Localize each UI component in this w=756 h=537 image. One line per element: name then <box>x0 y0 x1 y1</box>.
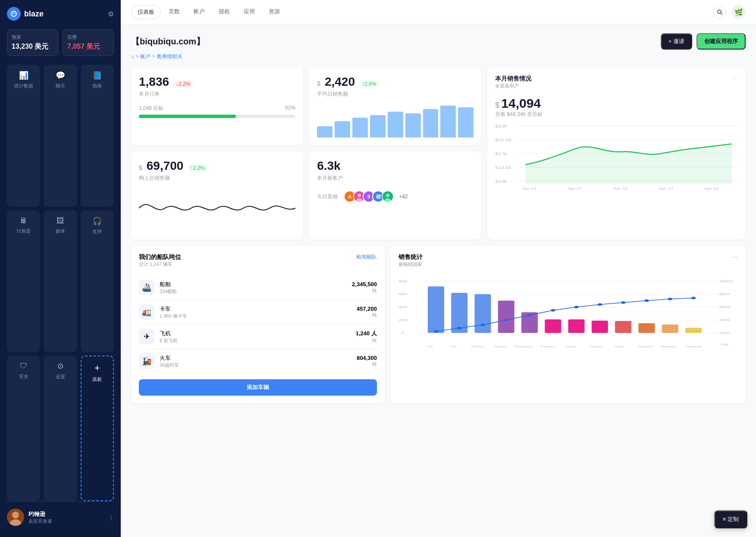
bar-5 <box>388 112 403 137</box>
search-button[interactable] <box>713 5 727 19</box>
add-icon: + <box>94 362 100 374</box>
fleet-item-plane: ✈ 飞机 8 架飞机 1,240 人 吨 <box>139 325 377 349</box>
user-profile: 约翰逊 反应开发者 ⋮ <box>7 501 114 530</box>
sidebar-item-calculator[interactable]: 🖩 计算器 <box>7 210 40 353</box>
bar-6 <box>405 113 421 137</box>
svg-text:China: China <box>471 345 483 348</box>
fleet-link[interactable]: 检阅舰队 <box>356 253 377 261</box>
stats-label: 统计数据 <box>14 83 33 89</box>
sidebar-item-security[interactable]: 🛡 安全 <box>7 356 40 501</box>
truck-count: 1,460 辆卡车 <box>160 313 351 319</box>
new-customers-label: 本月新客户 <box>317 175 474 182</box>
monthly-sales-card: 本月销售情况 全渠道用户 ··· $ 14,094 另有 $48,346 至目标 <box>487 67 746 240</box>
progress-bar <box>139 115 295 118</box>
svg-text:100%: 100% <box>719 280 733 283</box>
sales-stats-more[interactable]: ··· <box>732 253 738 261</box>
page-title: 【biqubiqu.com】 <box>131 36 205 47</box>
bar-us <box>428 287 444 333</box>
sidebar-item-media[interactable]: 🖼 媒体 <box>44 210 77 353</box>
tab-dashboard[interactable]: 仪表板 <box>131 5 161 19</box>
fleet-item-ship: 🚢 船舶 234艘船 2,345,500 吨 <box>139 275 377 300</box>
daily-sales-card: $ 2,420 ↑2.6% 平均日销售额 <box>309 67 481 145</box>
orders-label: 本月订单 <box>139 91 295 98</box>
settings-icon: ⚙ <box>57 362 64 371</box>
fleet-header: 我们的船队吨位 总计 1,247 辆车 检阅舰队 <box>139 253 377 274</box>
fleet-title: 我们的船队吨位 <box>139 253 181 261</box>
svg-text:Canada: Canada <box>685 345 702 348</box>
line-dot-france <box>551 309 555 312</box>
svg-text:UK: UK <box>450 345 456 348</box>
svg-text:France: France <box>541 345 555 348</box>
ship-icon: 🚢 <box>139 280 154 295</box>
svg-text:Japan: Japan <box>494 345 507 348</box>
total-sales-value: 69,700 <box>147 159 184 173</box>
orders-value: 1,836 <box>139 75 169 89</box>
top-nav-actions: 🌿 <box>713 5 746 19</box>
truck-name: 卡车 <box>160 305 351 313</box>
svg-text:Apr 16: Apr 16 <box>705 187 719 190</box>
add-vehicle-button[interactable]: 添加车辆 <box>139 379 377 396</box>
support-label: 支持 <box>92 228 102 235</box>
svg-point-23 <box>356 198 362 202</box>
stats-grid: 1,836 ↓2.2% 本月订单 1,048 目标 62% $ <box>131 67 746 240</box>
line-dot-uk <box>457 327 462 329</box>
user-name: 约翰逊 <box>28 510 104 518</box>
user-role: 反应开发者 <box>28 518 104 525</box>
svg-text:$13.5k: $13.5k <box>495 165 512 170</box>
svg-text:40%: 40% <box>719 318 730 322</box>
fleet-info-plane: 飞机 8 架飞机 <box>160 330 351 344</box>
daily-sales-value: 2,420 <box>325 75 355 89</box>
user-menu-icon[interactable]: ⋮ <box>108 514 114 521</box>
tab-auth[interactable]: 授权 <box>213 5 236 19</box>
calculator-label: 计算器 <box>16 228 31 234</box>
support-icon: 🎧 <box>92 216 102 226</box>
settings-icon-top[interactable]: ⚙ <box>108 10 114 18</box>
tab-resources[interactable]: 资源 <box>263 5 286 19</box>
fleet-item-train: 🚂 火车 36趟列车 804,300 吨 <box>139 349 377 373</box>
budget-card: 预算 13,230 美元 <box>7 29 58 56</box>
fleet-info-ship: 船舶 234艘船 <box>160 281 347 295</box>
tab-pages[interactable]: 页数 <box>163 5 186 19</box>
sidebar-item-support[interactable]: 🎧 支持 <box>81 210 114 353</box>
tab-apps[interactable]: 应用 <box>238 5 261 19</box>
settings-label: 设置 <box>56 374 65 380</box>
breadcrumb-accounts[interactable]: 账户 <box>140 53 151 59</box>
total-sales-card: $ 69,700 ↑2.2% 网上总销售额 <box>131 151 303 240</box>
sales-stats-header: 销售统计 最畅销国家 ··· <box>398 253 738 272</box>
svg-text:600: 600 <box>398 293 408 296</box>
media-icon: 🖼 <box>56 216 64 225</box>
total-sales-wave <box>139 189 295 232</box>
progress-label: 1,048 目标 62% <box>139 105 295 112</box>
line-dot-china <box>480 324 485 326</box>
line-dot-russia <box>644 300 649 302</box>
customize-button[interactable]: ≡ 定制 <box>714 510 747 528</box>
calculator-icon: 🖩 <box>20 216 28 225</box>
sidebar: blaze ⚙ 预算 13,230 美元 花费 7,057 美元 📊 统计数据 … <box>0 0 121 537</box>
train-amount: 804,300 <box>357 355 377 361</box>
orders-change: ↓2.2% <box>173 80 193 88</box>
logo-text: blaze <box>24 9 44 19</box>
monthly-sales-more[interactable]: ··· <box>733 75 738 81</box>
sidebar-item-settings[interactable]: ⚙ 设置 <box>44 356 77 501</box>
line-dot-norway <box>668 298 672 300</box>
line-dot-us <box>433 330 438 333</box>
invite-button[interactable]: + 邀请 <box>661 33 692 50</box>
total-sales-label: 网上总销售额 <box>139 175 295 182</box>
monthly-sales-chart: $24k $20.5k $17k $13.5k $10k Apr 04 Apr … <box>495 122 738 190</box>
svg-text:0: 0 <box>402 331 405 335</box>
create-app-button[interactable]: 创建应用程序 <box>696 33 746 50</box>
tab-accounts[interactable]: 帐户 <box>188 5 211 19</box>
svg-point-25 <box>386 194 390 197</box>
breadcrumb-home[interactable]: ⌂ <box>131 53 134 59</box>
user-account-button[interactable]: 🌿 <box>732 5 746 19</box>
sidebar-item-chat[interactable]: 💬 聊天 <box>44 65 77 207</box>
bar-italy <box>615 321 631 333</box>
svg-point-22 <box>358 194 361 197</box>
sidebar-item-stats[interactable]: 📊 统计数据 <box>7 65 40 207</box>
progress-target: 1,048 目标 <box>139 105 163 112</box>
sidebar-logo: blaze ⚙ <box>7 7 114 21</box>
budget-value: 13,230 美元 <box>12 42 53 51</box>
total-sales-prefix: $ <box>139 164 142 171</box>
sidebar-item-guide[interactable]: 📘 指南 <box>81 65 114 207</box>
sidebar-item-add[interactable]: + 添新 <box>81 356 114 501</box>
